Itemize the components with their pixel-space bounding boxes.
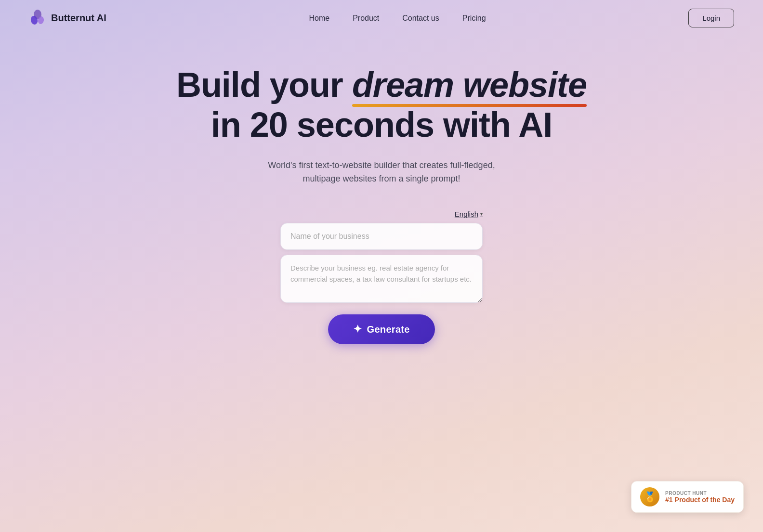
logo-text: Butternut AI [51,13,106,24]
hero-section: Build your dream website in 20 seconds w… [0,36,763,344]
product-hunt-title: #1 Product of the Day [665,496,735,504]
business-description-input[interactable] [280,255,483,303]
nav-item-product[interactable]: Product [353,14,379,23]
business-name-input[interactable] [280,223,483,250]
nav-links: Home Product Contact us Pricing [309,14,486,23]
butternut-logo-icon [29,10,46,27]
chevron-down-icon: ▾ [480,211,483,217]
form-area: English ▾ ✦ Generate [19,210,744,344]
nav-item-contact[interactable]: Contact us [402,14,439,23]
product-hunt-text: PRODUCT HUNT #1 Product of the Day [665,491,735,504]
login-button[interactable]: Login [688,9,734,27]
language-label: English [455,210,478,218]
navbar: Butternut AI Home Product Contact us Pri… [0,0,763,36]
product-hunt-label: PRODUCT HUNT [665,491,735,496]
product-hunt-badge[interactable]: 🏅 PRODUCT HUNT #1 Product of the Day [631,481,744,513]
logo-area[interactable]: Butternut AI [29,10,106,27]
hero-title-highlight: dream website [352,65,587,105]
language-selector[interactable]: English ▾ [455,210,483,218]
generate-label: Generate [367,324,410,335]
product-hunt-medal: 🏅 [640,487,659,506]
hero-title-part1: Build your [176,65,352,104]
hero-title-part2: in 20 seconds with AI [211,105,553,144]
language-selector-row: English ▾ [280,210,483,218]
hero-subtitle: World's first text-to-website builder th… [261,158,502,186]
nav-item-pricing[interactable]: Pricing [462,14,486,23]
medal-emoji: 🏅 [644,491,656,503]
nav-item-home[interactable]: Home [309,14,329,23]
sparkle-icon: ✦ [353,323,362,336]
generate-button[interactable]: ✦ Generate [328,314,434,344]
hero-title: Build your dream website in 20 seconds w… [176,65,587,145]
